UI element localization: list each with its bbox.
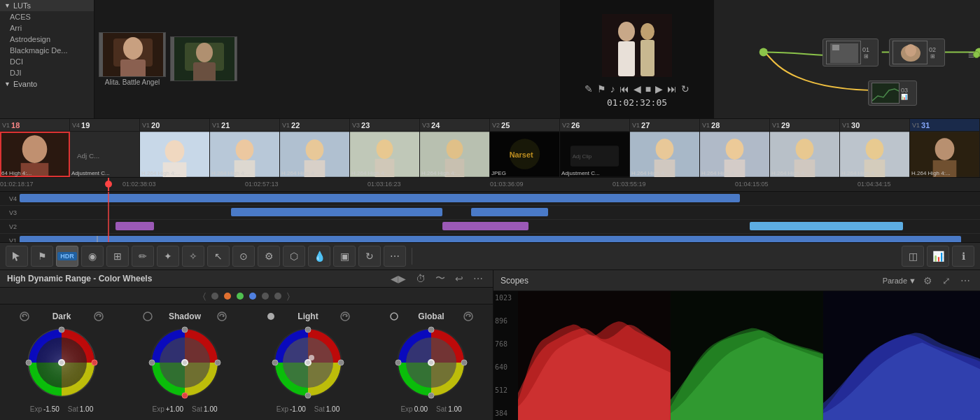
track-content-v2 — [20, 220, 980, 233]
skip-back-icon[interactable]: ⏮ — [620, 83, 629, 94]
track-content-v3 — [20, 206, 980, 219]
wheel-group-shadow: Shadow — [143, 312, 227, 413]
play-icon[interactable]: ▶ — [655, 83, 663, 94]
clip-thumb-22[interactable]: H.264 High 4:... — [280, 132, 350, 177]
svg-point-16 — [640, 23, 654, 40]
nav-prev-btn[interactable]: 〈 — [203, 291, 206, 301]
track-clip-v4-1[interactable] — [20, 194, 740, 202]
clip-thumb-31[interactable]: H.264 High 4:... — [910, 132, 980, 177]
wheel-dark-svg[interactable] — [23, 324, 100, 401]
tool-pencil-btn[interactable]: ✏ — [132, 246, 154, 267]
clip-thumb-18[interactable]: 64 High 4:... — [0, 132, 70, 177]
tool-select-icon[interactable]: ✎ — [584, 83, 593, 94]
tool-chart-btn[interactable]: 📊 — [927, 246, 949, 267]
track-clip-v2-3[interactable] — [750, 222, 904, 230]
tool-grid-btn[interactable]: ⊞ — [106, 246, 129, 267]
sidebar-item-blackmagic[interactable]: Blackmagic De... — [0, 45, 94, 56]
prev-frame-icon[interactable]: ◀ — [634, 83, 641, 94]
scopes-settings-btn[interactable]: ⚙ — [920, 274, 935, 288]
nav-dot-orange[interactable] — [224, 293, 231, 300]
color-panel-wave-btn[interactable]: 〜 — [433, 271, 448, 286]
wheel-shadow-reset-icon[interactable] — [217, 312, 227, 321]
track-clip-v3-1[interactable] — [231, 208, 442, 216]
clip-thumb-24[interactable]: H.264 High 4:... — [420, 132, 490, 177]
node-01[interactable]: 01 ⊞ — [822, 38, 878, 66]
skip-forward-icon[interactable]: ⏭ — [667, 83, 677, 94]
stop-icon[interactable]: ■ — [645, 83, 651, 94]
node-02[interactable]: 02 ⊞ — [889, 38, 945, 66]
svg-text:Adj C...: Adj C... — [77, 152, 99, 160]
sidebar-item-dji[interactable]: DJI — [0, 67, 94, 78]
sidebar-item-dci[interactable]: DCI — [0, 56, 94, 67]
clip-thumb-29[interactable]: H.264 High 4:... — [770, 132, 840, 177]
tool-cursor-btn[interactable]: ↖ — [207, 246, 230, 267]
node-03[interactable]: 03 📊 — [868, 80, 917, 106]
tool-settings-btn[interactable]: ⚙ — [258, 246, 280, 267]
tool-flag-btn[interactable]: ⚑ — [31, 246, 53, 267]
hdr-badge: HDR — [57, 252, 77, 260]
clip-thumb-20[interactable]: H.264 High 4:... — [140, 132, 210, 177]
media-thumb-2[interactable] — [169, 36, 239, 83]
sidebar-evanto-folder[interactable]: ▼ Evanto — [0, 78, 94, 90]
wheel-dark-reset-right-icon[interactable] — [94, 312, 104, 321]
tool-lasso-btn[interactable]: ⊙ — [232, 246, 255, 267]
tool-sparkle-btn[interactable]: ✧ — [182, 246, 204, 267]
tool-mask-btn[interactable]: ⬡ — [283, 246, 305, 267]
clip-thumb-19[interactable]: Adj C... Adjustment C... — [70, 132, 140, 177]
clip-thumb-21[interactable]: H.264 High 4:... — [210, 132, 280, 177]
tool-hdr-btn[interactable]: HDR — [56, 246, 78, 267]
color-wheels-nav: 〈 〉 — [0, 288, 493, 304]
wheel-global-svg[interactable] — [393, 324, 470, 401]
tool-circle-btn[interactable]: ◉ — [81, 246, 104, 267]
wheel-light-svg[interactable] — [270, 324, 346, 401]
svg-rect-3 — [120, 59, 146, 77]
tool-stamp-btn[interactable]: ▣ — [333, 246, 356, 267]
nav-dot-green[interactable] — [237, 293, 244, 300]
scopes-expand-btn[interactable]: ⤢ — [939, 274, 953, 288]
sidebar-item-astrodesign[interactable]: Astrodesign — [0, 34, 94, 45]
clip-thumb-26[interactable]: Adj Clip Adjustment C... — [560, 132, 630, 177]
color-panel-reset-btn[interactable]: ↩ — [452, 272, 466, 286]
track-clip-v1-1[interactable] — [20, 236, 961, 242]
media-thumb-alita[interactable]: Alita. Battle Angel — [97, 32, 167, 86]
tool-rotate-btn[interactable]: ↻ — [358, 246, 381, 267]
svg-rect-4 — [99, 33, 103, 77]
tool-water-btn[interactable]: 💧 — [308, 246, 330, 267]
track-clip-v2-1[interactable] — [115, 222, 154, 230]
color-panel-more-btn[interactable]: ⋯ — [470, 272, 486, 286]
tool-flag-icon[interactable]: ⚑ — [597, 83, 606, 94]
clip-thumb-30[interactable]: H.264 High 4:... — [840, 132, 910, 177]
color-panel-clock-btn[interactable]: ⏱ — [413, 272, 428, 286]
wheel-global-reset-icon[interactable] — [463, 312, 473, 321]
nav-dot-gray-3[interactable] — [274, 293, 281, 300]
track-clip-v2-2[interactable] — [442, 222, 528, 230]
nav-dot-gray-2[interactable] — [262, 293, 269, 300]
svg-point-90 — [182, 393, 188, 398]
sidebar-luts-folder[interactable]: ▼ LUTs — [0, 0, 94, 11]
tool-audio-icon[interactable]: ♪ — [610, 83, 615, 94]
tool-info-btn[interactable]: ℹ — [952, 246, 974, 267]
clip-thumb-28[interactable]: H.264 High 4:... — [700, 132, 770, 177]
nav-next-btn[interactable]: 〉 — [287, 291, 290, 301]
track-clip-v3-2[interactable] — [471, 208, 548, 216]
sidebar-item-aces[interactable]: ACES — [0, 11, 94, 22]
tool-star-btn[interactable]: ✦ — [157, 246, 179, 267]
tool-pointer-btn[interactable] — [6, 246, 28, 267]
wheel-light-reset-icon[interactable] — [340, 312, 350, 321]
nav-dot-gray[interactable] — [211, 293, 218, 300]
scopes-more-btn[interactable]: ⋯ — [958, 274, 973, 288]
clip-thumb-27[interactable]: H.264 High 4:... — [630, 132, 700, 177]
sidebar-item-arri[interactable]: Arri — [0, 22, 94, 34]
tool-dots-btn[interactable]: ⋯ — [384, 246, 406, 267]
scopes-mode-btn[interactable]: Parade ▼ — [883, 276, 916, 285]
clip-thumb-25[interactable]: Narset JPEG — [490, 132, 560, 177]
wheel-shadow-svg[interactable] — [146, 324, 223, 401]
loop-icon[interactable]: ↻ — [681, 83, 690, 94]
track-id-v3: V3 — [0, 209, 20, 216]
tool-checker-btn[interactable]: ◫ — [902, 246, 924, 267]
clip-thumb-23[interactable]: H.264 High 4:... — [350, 132, 420, 177]
svg-point-111 — [428, 327, 434, 332]
playhead-head — [105, 181, 112, 188]
nav-dot-blue[interactable] — [249, 293, 256, 300]
color-panel-expand-btn[interactable]: ◀▶ — [388, 272, 409, 286]
